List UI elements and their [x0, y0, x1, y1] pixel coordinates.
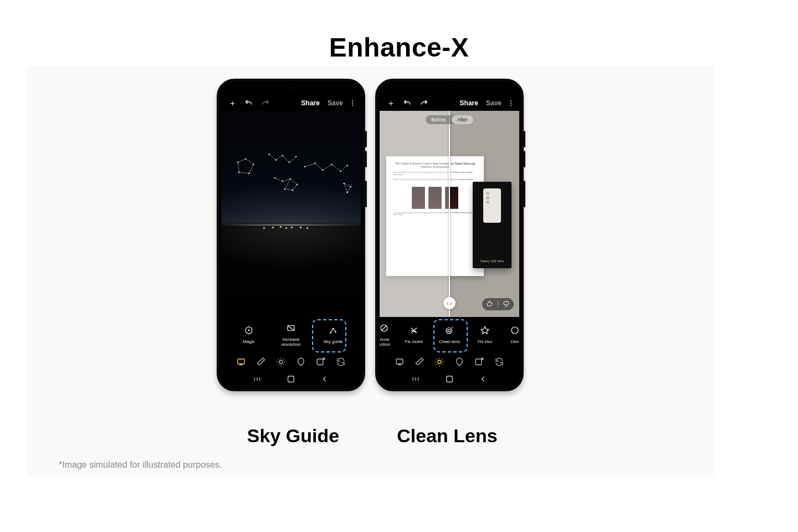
- volume-down-button: [365, 151, 367, 167]
- product-box-label: Galaxy S23 Ultra: [473, 259, 511, 263]
- feature-denoise[interactable]: Den: [504, 325, 519, 344]
- fix-blur-icon: [479, 325, 490, 336]
- power-button: [365, 181, 367, 207]
- before-label[interactable]: Before: [426, 115, 452, 124]
- feature-clean-lens[interactable]: Clean lens: [433, 325, 466, 344]
- after-label[interactable]: After: [452, 115, 473, 124]
- add-icon[interactable]: ＋: [228, 99, 237, 108]
- feature-denoise-label: Den: [511, 339, 519, 344]
- share-button[interactable]: Share: [301, 99, 320, 107]
- nav-home-icon[interactable]: [283, 374, 299, 384]
- svg-rect-34: [288, 376, 294, 382]
- fix-moire-icon: [408, 325, 420, 336]
- feature-magic[interactable]: Magic: [232, 325, 265, 344]
- disclaimer-text: *Image simulated for illustrated purpose…: [59, 460, 222, 470]
- feature-sky-guide[interactable]: Sky guide: [316, 325, 350, 344]
- thumbs-up-icon[interactable]: [487, 300, 493, 308]
- feature-fix-blur[interactable]: Fix blur: [468, 325, 502, 344]
- feature-magic-label: Magic: [243, 339, 254, 344]
- feature-clean-lens-label: Clean lens: [439, 339, 460, 344]
- nav-recents-icon[interactable]: [407, 374, 424, 384]
- nav-back-icon[interactable]: [475, 374, 492, 384]
- tab-eraser-icon[interactable]: [256, 357, 266, 367]
- svg-point-37: [448, 330, 451, 332]
- denoise-icon: [509, 325, 519, 336]
- volume-down-button: [524, 151, 525, 167]
- feature-remove-reflection-label: move ection: [380, 337, 390, 347]
- marketing-stage: ＋ Share Save: [27, 66, 714, 477]
- nav-home-icon[interactable]: [441, 374, 458, 384]
- compare-view[interactable]: The Galaxy Enhance-X App Is Now Availabl…: [380, 111, 519, 317]
- night-sky-image: [221, 111, 361, 317]
- phone-cleanlens: ＋ Share Save: [375, 79, 524, 391]
- tab-auto-icon[interactable]: [395, 357, 405, 367]
- page-title: Enhance-X: [0, 0, 798, 63]
- tab-add-image-icon[interactable]: [474, 357, 484, 367]
- product-box: Galaxy S23 Ultra: [473, 182, 511, 268]
- add-icon[interactable]: ＋: [386, 99, 395, 108]
- tab-eraser-icon[interactable]: [415, 357, 424, 367]
- feedback-pill: [482, 298, 514, 310]
- more-icon[interactable]: [509, 100, 513, 106]
- compare-divider[interactable]: [449, 111, 450, 317]
- feature-fix-blur-label: Fix blur: [478, 339, 492, 344]
- phone-skyguide: ＋ Share Save: [217, 79, 365, 391]
- tab-rotate-icon[interactable]: [336, 357, 346, 367]
- tab-rotate-icon[interactable]: [494, 357, 504, 367]
- volume-up-button: [524, 131, 525, 147]
- feature-fix-moire[interactable]: Fix moire: [397, 325, 431, 344]
- share-button[interactable]: Share: [460, 99, 478, 107]
- svg-point-40: [438, 360, 441, 364]
- nav-recents-icon[interactable]: [249, 374, 265, 384]
- tab-add-image-icon[interactable]: [316, 357, 326, 367]
- redo-icon[interactable]: [261, 99, 270, 108]
- editor-topbar: ＋ Share Save: [221, 95, 361, 111]
- svg-point-32: [279, 360, 283, 364]
- increase-resolution-icon: [285, 323, 296, 334]
- feature-fix-moire-label: Fix moire: [405, 339, 423, 344]
- more-icon[interactable]: [351, 100, 354, 106]
- svg-rect-42: [447, 376, 453, 382]
- caption-cleanlens: Clean Lens: [375, 425, 519, 447]
- nav-back-icon[interactable]: [316, 374, 333, 384]
- tab-mask-icon[interactable]: [454, 357, 464, 367]
- sky-guide-icon: [328, 325, 339, 336]
- svg-rect-39: [396, 359, 403, 364]
- feature-remove-reflection[interactable]: move ection: [380, 323, 395, 347]
- front-camera: [289, 85, 293, 89]
- system-navbar: [380, 371, 519, 387]
- svg-point-36: [446, 328, 452, 334]
- remove-reflection-icon: [380, 323, 390, 334]
- front-camera: [447, 85, 452, 89]
- feature-increase-resolution[interactable]: Increase resolution: [274, 323, 308, 347]
- clean-lens-icon: [444, 325, 455, 336]
- bottom-tab-row: [380, 352, 519, 371]
- system-navbar: [221, 371, 361, 387]
- editor-topbar: ＋ Share Save: [380, 95, 519, 111]
- tab-mask-icon[interactable]: [296, 357, 306, 367]
- save-button[interactable]: Save: [486, 99, 502, 107]
- compare-knob-icon[interactable]: ‹ ›: [443, 297, 456, 309]
- feature-row: move ection Fix moire Clea: [380, 317, 519, 352]
- tab-brightness-icon[interactable]: [276, 357, 286, 367]
- magic-icon: [243, 325, 254, 336]
- image-canvas[interactable]: The Galaxy Enhance-X App Is Now Availabl…: [380, 111, 519, 317]
- tab-auto-icon[interactable]: [236, 357, 246, 367]
- tab-brightness-icon[interactable]: [434, 357, 444, 367]
- svg-point-26: [248, 330, 249, 331]
- thumbs-down-icon[interactable]: [503, 300, 509, 308]
- volume-up-button: [365, 131, 367, 147]
- save-button[interactable]: Save: [328, 99, 343, 107]
- before-after-toggle[interactable]: Before After: [426, 115, 473, 124]
- undo-icon[interactable]: [244, 99, 253, 108]
- bottom-tab-row: [221, 352, 361, 371]
- feature-row: Magic Increase resolution: [221, 317, 361, 352]
- feature-increase-resolution-label: Increase resolution: [282, 337, 301, 347]
- power-button: [524, 181, 525, 207]
- svg-rect-31: [238, 359, 244, 364]
- svg-rect-33: [317, 359, 323, 365]
- svg-rect-41: [475, 359, 482, 365]
- image-canvas[interactable]: [221, 111, 361, 317]
- undo-icon[interactable]: [403, 99, 412, 108]
- redo-icon[interactable]: [420, 99, 428, 108]
